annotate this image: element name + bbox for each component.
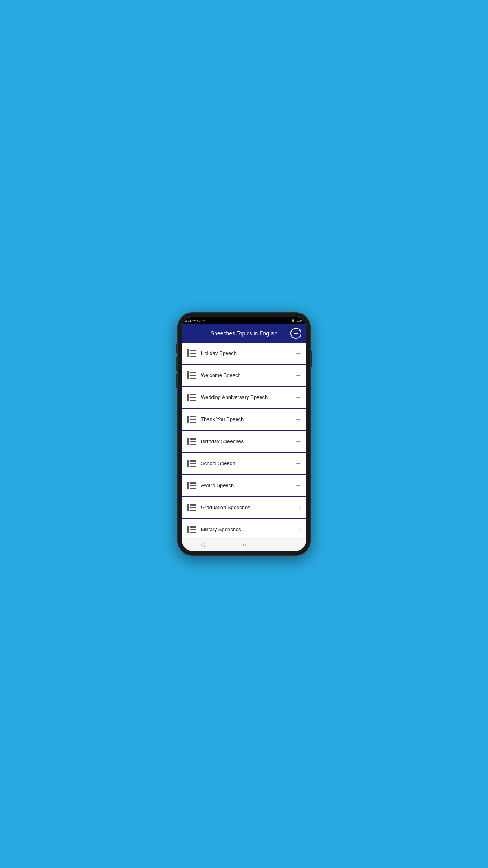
list-item[interactable]: Welcome Speech → <box>182 365 306 387</box>
home-icon: ○ <box>243 541 246 548</box>
list-item-label: Graduation Speeches <box>201 504 292 511</box>
list-item-label: Welcome Speech <box>201 372 292 379</box>
list-item-icon <box>187 416 196 423</box>
list-item-icon <box>187 460 196 467</box>
arrow-icon: → <box>295 504 301 511</box>
arrow-icon: → <box>295 372 301 379</box>
back-icon: ◁ <box>201 541 205 548</box>
menu-button[interactable] <box>290 328 301 339</box>
arrow-icon: → <box>295 482 301 489</box>
lte-icon: LTE <box>201 319 205 322</box>
arrow-icon: → <box>295 526 301 533</box>
app-title: Speeches Topics in English <box>198 330 290 337</box>
list-item-icon <box>187 438 196 445</box>
list-item-icon <box>187 526 196 533</box>
list-item[interactable]: School Speech → <box>182 453 306 475</box>
arrow-icon: → <box>295 350 301 357</box>
wifi-icon: Vo <box>197 319 200 322</box>
list-item-icon <box>187 349 196 357</box>
hamburger-icon <box>294 332 298 335</box>
list-item[interactable]: Graduation Speeches → <box>182 497 306 519</box>
arrow-icon: → <box>295 394 301 401</box>
arrow-icon: → <box>295 460 301 467</box>
arrow-icon: → <box>295 416 301 423</box>
status-bar: 2:01 ▪▪▪ Vo LTE 🔒 100 <box>182 317 306 324</box>
arrow-icon: → <box>295 438 301 445</box>
list-item-label: Wedding Anniversary Speech <box>201 394 292 401</box>
status-left: 2:01 ▪▪▪ Vo LTE <box>185 319 205 322</box>
app-bar: Speeches Topics in English <box>182 324 306 343</box>
list-item-icon <box>187 371 196 379</box>
list-item-label: Thank You Speech <box>201 416 292 423</box>
list-item-icon <box>187 504 196 511</box>
list-item[interactable]: Military Speeches → <box>182 519 306 537</box>
list-item-label: Birthday Speeches <box>201 438 292 445</box>
list-item-label: Award Speech <box>201 482 292 489</box>
list-item[interactable]: Thank You Speech → <box>182 409 306 431</box>
status-time: 2:01 <box>185 319 191 322</box>
list-item-label: Military Speeches <box>201 526 292 533</box>
list-item-icon <box>187 482 196 489</box>
list-item[interactable]: Wedding Anniversary Speech → <box>182 387 306 409</box>
nav-bar: ◁ ○ □ <box>182 537 306 551</box>
battery-indicator: 100 <box>296 319 303 322</box>
list-item[interactable]: Holiday Speech → <box>182 343 306 365</box>
power-button <box>311 351 312 367</box>
list-item[interactable]: Award Speech → <box>182 475 306 497</box>
signal-icon: ▪▪▪ <box>193 319 196 322</box>
list-item-icon <box>187 394 196 401</box>
list-item[interactable]: Birthday Speeches → <box>182 431 306 453</box>
volume-down-button <box>176 374 177 388</box>
phone-device: 2:01 ▪▪▪ Vo LTE 🔒 100 Speeches Topics in… <box>177 312 311 556</box>
phone-screen: 2:01 ▪▪▪ Vo LTE 🔒 100 Speeches Topics in… <box>182 317 306 551</box>
list-item-label: School Speech <box>201 460 292 467</box>
speech-list: Holiday Speech → Welcome Speech → <box>182 343 306 537</box>
silent-button <box>176 344 177 353</box>
status-right: 🔒 100 <box>291 319 303 322</box>
lock-icon: 🔒 <box>291 319 295 322</box>
home-button[interactable]: ○ <box>237 541 252 548</box>
back-button[interactable]: ◁ <box>194 541 211 548</box>
recents-icon: □ <box>284 541 287 548</box>
volume-up-button <box>176 357 177 371</box>
list-item-label: Holiday Speech <box>201 350 292 357</box>
recents-button[interactable]: □ <box>278 541 294 548</box>
